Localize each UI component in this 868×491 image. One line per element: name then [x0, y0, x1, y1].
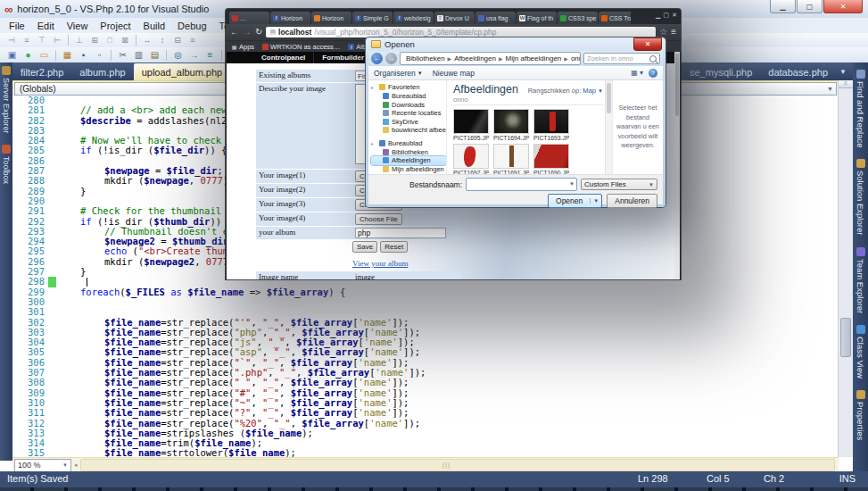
browser-tab-item[interactable]: … — [229, 12, 269, 24]
help-icon[interactable]: ? — [649, 69, 657, 78]
new-folder-button[interactable]: Nieuwe map — [433, 69, 475, 78]
new-project-icon[interactable]: ▣ — [5, 49, 19, 62]
add-item-icon[interactable]: ▦ — [61, 49, 74, 62]
align-right-icon[interactable]: ⊢ — [51, 35, 63, 46]
file-item-pict1691-jpg[interactable]: PICT1691.JPG — [493, 144, 529, 174]
reload-icon[interactable]: ↻ — [255, 28, 262, 37]
browser-maximize-button[interactable]: ▢ — [664, 12, 670, 19]
find-icon[interactable]: ◎ — [171, 49, 185, 62]
browser-minimize-button[interactable]: ▁ — [656, 12, 660, 19]
browser-tab-simple-g[interactable]: fSimple G — [352, 12, 393, 24]
file-item-pict1693-jpg[interactable]: PICT1693.JPG — [533, 109, 569, 141]
sidebar-item-skydrive[interactable]: SkyDrive — [371, 118, 446, 127]
arrange-by-dropdown[interactable]: Rangschikken op: Map ▼ — [528, 87, 603, 95]
panel-tab-properties[interactable]: Properties — [856, 390, 865, 440]
copy-icon[interactable]: ▥ — [132, 49, 145, 62]
sidebar-item-afbeeldingen[interactable]: Afbeeldingen — [371, 156, 446, 165]
page-nav-controlpanel[interactable]: Controlpanel — [253, 52, 314, 63]
save-all-icon[interactable]: ▫ — [93, 49, 106, 62]
sidebar-item-bouwknecht-afbeeldingen[interactable]: bouwknecht afbeeldingen — [371, 126, 446, 135]
sidebar-item-recente-locaties[interactable]: Recente locaties — [371, 109, 446, 118]
filetype-dropdown[interactable]: Custom Files ▼ — [581, 179, 657, 190]
start-debug-icon[interactable]: ● — [21, 49, 35, 62]
browser-tab-flag-of-th[interactable]: WFlag of th — [517, 12, 557, 24]
editor-vertical-scrollbar[interactable]: ≡ — [838, 80, 853, 457]
back-icon[interactable]: ← — [230, 28, 239, 37]
open-file-icon[interactable]: ▭ — [37, 49, 51, 62]
align-left-icon[interactable]: ⊣ — [5, 35, 18, 46]
grid-icon[interactable]: □ — [103, 35, 116, 46]
browser-menu-icon[interactable]: ≡ — [671, 28, 676, 37]
editor-horizontal-scrollbar[interactable]: ||| — [80, 459, 835, 471]
align-center-icon[interactable]: ≡ — [21, 35, 33, 46]
align-top-icon[interactable]: ⊤ — [36, 35, 48, 46]
save-icon[interactable]: ▪ — [77, 49, 90, 62]
menu-file[interactable]: File — [3, 20, 31, 32]
expand-triangle-icon[interactable]: ▸ — [371, 140, 376, 146]
browser-tab-usa-flag[interactable]: usa flag — [475, 12, 516, 24]
file-item-pict1692-jpg[interactable]: PICT1692.JPG — [453, 144, 489, 174]
snap-icon[interactable]: ⊠ — [119, 35, 131, 46]
menu-build[interactable]: Build — [137, 20, 171, 32]
dialog-close-button[interactable]: ✕ — [633, 37, 662, 51]
file-item-pict1690-jpg[interactable]: PICT1690.JPG — [533, 144, 569, 174]
panel-tab-class-view[interactable]: Class View — [856, 325, 865, 379]
panel-tab-server-explorer[interactable]: Server Explorer — [2, 66, 11, 134]
file-item-pict1694-jpg[interactable]: PICT1694.JPG — [493, 109, 529, 141]
forward-icon[interactable]: → — [243, 28, 252, 37]
open-button[interactable]: Openen ▼ — [548, 194, 602, 208]
spacing-horizontal-icon[interactable]: ↔ — [141, 35, 153, 46]
browser-tab-horizon[interactable]: Horizon — [311, 12, 351, 24]
align-bottom-icon[interactable]: ⊥ — [73, 35, 86, 46]
browser-tab-css-tran[interactable]: CSS Tran — [599, 12, 631, 24]
views-icon[interactable]: ▦ ▾ — [631, 69, 643, 77]
order-icon[interactable]: ≡ — [186, 35, 199, 46]
minimize-button[interactable]: ▁ — [770, 0, 796, 13]
filename-input[interactable]: ▼ — [466, 178, 577, 191]
browser-tab-css3-spe[interactable]: CSS3 spe — [558, 12, 598, 24]
cancel-button[interactable]: Annuleren — [607, 194, 657, 208]
panel-tab-toolbox[interactable]: Toolbox — [2, 145, 11, 184]
search-input[interactable]: Zoeken in onno — [583, 53, 660, 64]
cut-icon[interactable]: ✂ — [116, 49, 129, 62]
browser-tab-webdesig[interactable]: fwebdesig — [393, 12, 434, 24]
menu-edit[interactable]: Edit — [31, 20, 61, 32]
indent-icon[interactable]: → — [187, 49, 201, 62]
sidebar-item-bureaublad[interactable]: Bureaublad — [371, 92, 446, 101]
bookmark-wrtkion-as-access[interactable]: WRTKION as access… — [262, 43, 340, 51]
menu-view[interactable]: View — [61, 20, 95, 32]
panel-tab-team-explorer[interactable]: Team Explorer — [856, 247, 865, 313]
scrollbar-thumb[interactable] — [607, 83, 611, 113]
choose-file-button[interactable]: Choose File — [355, 213, 402, 225]
file-item-pict1695-jpg[interactable]: PICT1695.JPG — [453, 109, 489, 141]
spacing-vertical-icon[interactable]: ↕ — [156, 35, 169, 46]
browser-close-button[interactable]: ✕ — [672, 12, 677, 19]
maximize-button[interactable]: ▢ — [797, 0, 823, 13]
panel-tab-solution-explorer[interactable]: Solution Explorer — [856, 159, 865, 235]
sidebar-section-header[interactable]: ▸Favorieten — [371, 83, 446, 91]
menu-project[interactable]: Project — [94, 20, 136, 32]
page-scrollbar[interactable] — [674, 52, 680, 279]
sidebar-item-bibliotheken[interactable]: Bibliotheken — [371, 148, 446, 157]
breadcrumb-bibliotheken[interactable]: Bibliotheken — [406, 54, 445, 62]
panel-tab-find-and-replace[interactable]: Find and Replace — [856, 70, 865, 147]
reset-button[interactable]: Reset — [380, 241, 408, 253]
page-scrollbar-thumb[interactable] — [675, 54, 679, 116]
expand-triangle-icon[interactable]: ▸ — [371, 84, 376, 90]
view-album-link[interactable]: View your album — [352, 259, 408, 268]
bookmark-star-icon[interactable]: ☆ — [659, 28, 667, 37]
file-list-scrollbar[interactable] — [605, 80, 612, 174]
address-bar[interactable]: ▤ localhost/visual_php/horizon_5_0/horiz… — [266, 27, 656, 37]
zoom-dropdown[interactable]: 100 % ▼ — [14, 459, 71, 472]
breadcrumb[interactable]: Bibliotheken▶Afbeeldingen▶Mijn afbeeldin… — [400, 52, 581, 65]
scroll-left-icon[interactable]: ◂ — [71, 462, 80, 469]
tab-overflow-icon[interactable]: ▼ — [839, 68, 847, 76]
bookmark-apps[interactable]: ▦Apps — [231, 43, 254, 51]
sidebar-section-header[interactable]: ▸Bureaublad — [371, 139, 446, 147]
forward-icon[interactable]: → — [385, 53, 397, 64]
menu-debug[interactable]: Debug — [171, 20, 212, 32]
tab-se-mysqli-php[interactable]: se_mysqli.php — [682, 63, 760, 80]
sidebar-item-downloads[interactable]: Downloads — [371, 101, 446, 110]
tab-filter2-php[interactable]: filter2.php — [12, 63, 71, 80]
breadcrumb-onno[interactable]: onno — [571, 54, 581, 62]
